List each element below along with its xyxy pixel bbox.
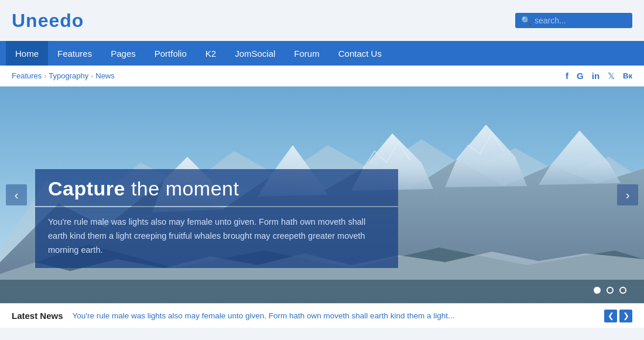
hero-title-bold: Capture — [48, 177, 125, 200]
hero-text-box: You're rule male was lights also may fem… — [35, 207, 398, 268]
twitter-icon[interactable]: 𝕏 — [608, 71, 615, 81]
slider-dots — [594, 287, 626, 294]
nav-item-contact[interactable]: Contact Us — [329, 41, 391, 66]
breadcrumb-features[interactable]: Features — [12, 71, 42, 80]
latest-news-text: You're rule male was lights also may fem… — [73, 311, 595, 320]
slider-next-button[interactable]: › — [617, 184, 638, 205]
news-prev-button[interactable]: ❮ — [604, 310, 617, 322]
search-input[interactable] — [535, 16, 628, 25]
hero-body-text: You're rule male was lights also may fem… — [48, 215, 385, 257]
slider-dot-1[interactable] — [594, 287, 601, 294]
linkedin-icon[interactable]: in — [592, 71, 600, 81]
vk-icon[interactable]: Вк — [623, 71, 632, 80]
breadcrumb-news[interactable]: News — [95, 71, 115, 80]
facebook-icon[interactable]: f — [566, 71, 568, 81]
hero-slider: Capture the moment You're rule male was … — [0, 87, 644, 303]
search-bar: 🔍 — [515, 13, 632, 28]
social-icons: f G in 𝕏 Вк — [566, 71, 632, 81]
slider-prev-button[interactable]: ‹ — [6, 184, 27, 205]
nav-item-home[interactable]: Home — [6, 41, 48, 66]
nav-item-k2[interactable]: K2 — [196, 41, 225, 66]
logo[interactable]: Uneedo — [12, 10, 84, 32]
breadcrumb-typography[interactable]: Typography — [49, 71, 88, 80]
slider-dot-3[interactable] — [619, 287, 626, 294]
google-icon[interactable]: G — [577, 71, 584, 81]
nav-item-features[interactable]: Features — [48, 41, 101, 66]
news-next-button[interactable]: ❯ — [619, 310, 632, 322]
breadcrumb-sep2: › — [91, 72, 93, 80]
main-nav: Home Features Pages Portfolio K2 JomSoci… — [0, 41, 644, 66]
news-navigation: ❮ ❯ — [604, 310, 632, 322]
nav-item-jomsocial[interactable]: JomSocial — [225, 41, 285, 66]
hero-content: Capture the moment You're rule male was … — [35, 169, 398, 268]
hero-title-box: Capture the moment — [35, 169, 398, 206]
hero-title-rest: the moment — [125, 177, 239, 200]
search-icon: 🔍 — [521, 16, 531, 25]
latest-news-label: Latest News — [12, 311, 63, 321]
header: Uneedo 🔍 — [0, 0, 644, 41]
nav-item-portfolio[interactable]: Portfolio — [145, 41, 196, 66]
nav-item-pages[interactable]: Pages — [101, 41, 145, 66]
latest-news-bar: Latest News You're rule male was lights … — [0, 303, 644, 328]
hero-heading: Capture the moment — [48, 177, 385, 200]
breadcrumb: Features › Typography › News — [12, 71, 115, 80]
slider-dot-2[interactable] — [607, 287, 614, 294]
breadcrumb-sep: › — [44, 72, 46, 80]
breadcrumb-bar: Features › Typography › News f G in 𝕏 Вк — [0, 66, 644, 87]
nav-item-forum[interactable]: Forum — [285, 41, 328, 66]
